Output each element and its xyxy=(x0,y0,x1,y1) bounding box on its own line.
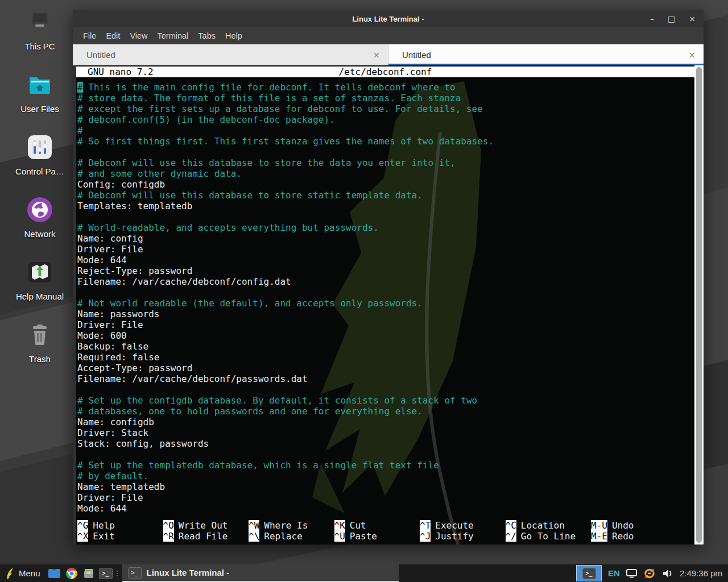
nano-filepath: /etc/debconf.conf xyxy=(76,66,694,77)
nano-content: # This is the main config file for debco… xyxy=(76,82,694,514)
window-controls: – □ × xyxy=(650,10,696,27)
start-menu-button[interactable]: Menu xyxy=(0,564,46,582)
shortcut-label: Exit xyxy=(93,531,115,542)
tab-close-icon[interactable]: × xyxy=(373,50,380,60)
computer-icon xyxy=(26,8,54,36)
shortcut-key: ^J xyxy=(420,531,431,542)
nano-line xyxy=(77,449,694,460)
display-settings-icon[interactable] xyxy=(626,569,637,578)
nano-shortcut-justify: ^JJustify xyxy=(420,531,506,542)
linux-lite-logo-icon xyxy=(5,567,15,580)
shortcut-key: ^G xyxy=(77,520,88,531)
shortcut-key: ^\ xyxy=(249,531,259,542)
nano-line: # store data. The format of this file is… xyxy=(77,93,694,103)
menu-item-edit[interactable]: Edit xyxy=(106,31,120,40)
shortcut-key: ^/ xyxy=(506,531,516,542)
tray-terminal-button[interactable]: >_ xyxy=(576,565,602,581)
tab-close-icon[interactable]: × xyxy=(688,50,696,60)
nano-titlebar: GNU nano 7.2 /etc/debconf.conf xyxy=(76,66,694,77)
desktop: This PC User Files xyxy=(0,0,728,582)
shortcut-label: Undo xyxy=(612,520,634,531)
tab-label: Untitled xyxy=(86,50,115,60)
nano-shortcut-read-file: ^RRead File xyxy=(163,531,249,542)
shortcut-label: Redo xyxy=(612,531,634,542)
nano-shortcut-where-is: ^WWhere Is xyxy=(249,520,334,531)
tab-untitled-1[interactable]: Untitled × xyxy=(73,44,388,65)
shortcut-key: ^T xyxy=(420,520,431,531)
volume-icon[interactable] xyxy=(662,568,673,579)
scrollbar-thumb[interactable] xyxy=(696,67,702,543)
desktop-icon-help-manual[interactable]: Help Manual xyxy=(3,258,77,321)
nano-line: Driver: File xyxy=(77,244,694,255)
shortcut-key: ^O xyxy=(163,520,174,531)
nano-line: # xyxy=(77,125,694,136)
shortcut-key: ^X xyxy=(77,531,88,542)
start-menu-label: Menu xyxy=(19,568,40,578)
nano-line: # World-readable, and accepts everything… xyxy=(77,222,694,233)
terminal-launcher[interactable]: >_ xyxy=(97,564,114,582)
globe-icon xyxy=(26,196,54,224)
nano-shortcut-row: ^XExit^RRead File^\Replace^UPaste^JJusti… xyxy=(77,531,694,542)
nano-line: Name: config xyxy=(77,233,694,244)
nano-line: # So first things first. This first stan… xyxy=(77,136,694,147)
desktop-icon-this-pc[interactable]: This PC xyxy=(3,8,77,70)
manual-map-icon xyxy=(26,258,54,286)
menu-item-file[interactable]: File xyxy=(83,31,96,40)
window-titlebar[interactable]: Linux Lite Terminal - – □ × xyxy=(73,10,704,27)
desktop-icon-label: Network xyxy=(24,229,55,239)
shortcut-label: Location xyxy=(521,520,565,531)
terminal-screen[interactable]: GNU nano 7.2 /etc/debconf.conf # This is… xyxy=(76,65,694,544)
menu-item-tabs[interactable]: Tabs xyxy=(198,31,216,40)
nano-shortcut-undo: M-UUndo xyxy=(591,520,694,531)
nano-line: Mode: 644 xyxy=(77,255,694,265)
shortcut-key: M-E xyxy=(591,531,607,542)
sliders-icon xyxy=(26,133,54,161)
close-button[interactable]: × xyxy=(689,15,696,23)
menu-item-terminal[interactable]: Terminal xyxy=(158,31,189,40)
nano-line: Templates: templatedb xyxy=(77,201,694,211)
nano-line: # databases, one to hold passwords and o… xyxy=(77,406,694,417)
tab-untitled-2[interactable]: Untitled × xyxy=(388,44,704,65)
show-desktop-button[interactable] xyxy=(46,564,63,582)
shortcut-label: Read File xyxy=(179,531,228,542)
nano-shortcut-cut: ^KCut xyxy=(334,520,420,531)
home-folder-icon xyxy=(26,70,54,99)
desktop-icon-label: Help Manual xyxy=(16,292,64,301)
file-manager-launcher[interactable] xyxy=(80,564,97,582)
updates-icon[interactable] xyxy=(643,567,656,580)
taskbar-separator-handle[interactable] xyxy=(114,564,120,582)
desktop-icon-label: User Files xyxy=(20,104,59,114)
chrome-launcher[interactable] xyxy=(63,564,80,582)
nano-line: Filename: /var/cache/debconf/config.dat xyxy=(77,276,694,287)
keyboard-layout-indicator[interactable]: EN xyxy=(608,568,620,578)
menu-item-view[interactable]: View xyxy=(130,31,147,40)
nano-line: Stack: config, passwords xyxy=(77,438,694,449)
maximize-button[interactable]: □ xyxy=(668,15,675,23)
nano-shortcut-write-out: ^OWrite Out xyxy=(163,520,249,531)
nano-line xyxy=(77,147,694,157)
taskbar: Menu xyxy=(0,564,728,582)
shortcut-label: Replace xyxy=(264,531,302,542)
desktop-icon-network[interactable]: Network xyxy=(3,196,77,258)
window-title: Linux Lite Terminal - xyxy=(73,15,704,23)
terminal-icon: >_ xyxy=(582,568,596,579)
taskbar-clock[interactable]: 2:49:36 pm xyxy=(680,568,722,578)
desktop-icon-control-panel[interactable]: Control Pa… xyxy=(3,133,77,196)
shortcut-label: Where Is xyxy=(264,520,308,531)
nano-line: Mode: 644 xyxy=(77,503,694,514)
terminal-scrollbar[interactable] xyxy=(694,65,704,544)
nano-shortcut-location: ^CLocation xyxy=(506,520,592,531)
desktop-icon-user-files[interactable]: User Files xyxy=(3,70,77,133)
nano-shortcut-bar: ^GHelp^OWrite Out^WWhere Is^KCut^TExecut… xyxy=(77,520,694,542)
shortcut-label: Go To Line xyxy=(521,531,576,542)
nano-line: Driver: File xyxy=(77,492,694,503)
nano-line: # Set up the templatedb database, which … xyxy=(77,460,694,471)
file-manager-icon xyxy=(83,568,94,579)
desktop-icon-trash[interactable]: Trash xyxy=(3,321,77,383)
taskbar-window-button[interactable]: >_ Linux Lite Terminal - xyxy=(122,564,399,582)
nano-line: Driver: Stack xyxy=(77,427,694,438)
nano-line: # by default. xyxy=(77,471,694,481)
terminal-icon: >_ xyxy=(99,568,113,579)
menu-item-help[interactable]: Help xyxy=(225,31,242,40)
minimize-button[interactable]: – xyxy=(650,15,654,23)
